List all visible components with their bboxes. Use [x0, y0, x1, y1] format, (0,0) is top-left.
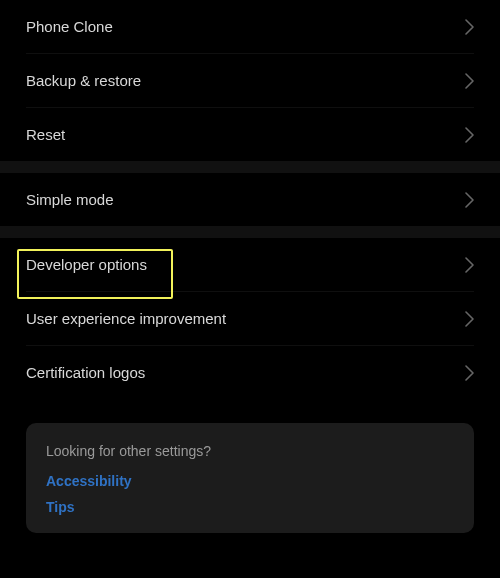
tips-link[interactable]: Tips: [46, 499, 454, 515]
user-experience-label: User experience improvement: [26, 310, 226, 327]
settings-screen: Phone Clone Backup & restore Reset Simpl…: [0, 0, 500, 578]
reset-label: Reset: [26, 126, 65, 143]
chevron-right-icon: [465, 127, 474, 143]
backup-restore-row[interactable]: Backup & restore: [0, 54, 500, 107]
backup-restore-label: Backup & restore: [26, 72, 141, 89]
certification-logos-label: Certification logos: [26, 364, 145, 381]
section-gap: [0, 226, 500, 238]
phone-clone-row[interactable]: Phone Clone: [0, 0, 500, 53]
settings-group-3: Developer options User experience improv…: [0, 238, 500, 399]
developer-options-label: Developer options: [26, 256, 147, 273]
other-settings-card: Looking for other settings? Accessibilit…: [26, 423, 474, 533]
certification-logos-row[interactable]: Certification logos: [0, 346, 500, 399]
accessibility-link[interactable]: Accessibility: [46, 473, 454, 489]
chevron-right-icon: [465, 257, 474, 273]
other-settings-title: Looking for other settings?: [46, 443, 454, 459]
reset-row[interactable]: Reset: [0, 108, 500, 161]
developer-options-row[interactable]: Developer options: [0, 238, 500, 291]
simple-mode-label: Simple mode: [26, 191, 114, 208]
chevron-right-icon: [465, 192, 474, 208]
chevron-right-icon: [465, 73, 474, 89]
phone-clone-label: Phone Clone: [26, 18, 113, 35]
settings-group-2: Simple mode: [0, 173, 500, 226]
chevron-right-icon: [465, 19, 474, 35]
section-gap: [0, 161, 500, 173]
settings-group-1: Phone Clone Backup & restore Reset: [0, 0, 500, 161]
user-experience-row[interactable]: User experience improvement: [0, 292, 500, 345]
simple-mode-row[interactable]: Simple mode: [0, 173, 500, 226]
chevron-right-icon: [465, 311, 474, 327]
chevron-right-icon: [465, 365, 474, 381]
